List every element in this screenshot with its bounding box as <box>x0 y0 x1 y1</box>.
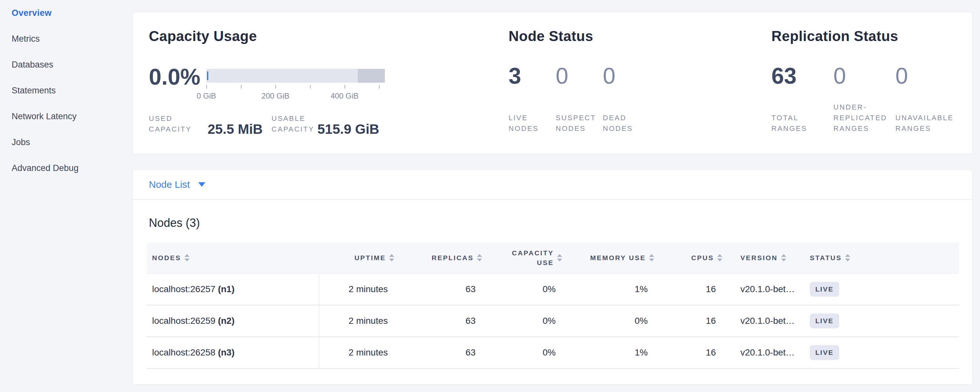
sidebar-item-statements[interactable]: Statements <box>0 78 132 104</box>
view-selector-label: Node List <box>149 179 190 190</box>
replicas-cell: 63 <box>401 305 488 337</box>
nodes-section-title: Nodes (3) <box>149 216 958 230</box>
replicas-cell: 63 <box>401 273 488 305</box>
nodes-table: NODES UPTIME REPLICAS CAPACITY USE <box>146 242 959 369</box>
cluster-overview-page: Overview Metrics Databases Statements Ne… <box>0 0 980 392</box>
node-address-cell: localhost:26258 (n3) <box>146 337 319 368</box>
capacity-usage-title: Capacity Usage <box>149 28 257 45</box>
axis-tick-label: 400 GiB <box>319 91 371 100</box>
column-header-nodes[interactable]: NODES <box>146 242 319 273</box>
table-row[interactable]: localhost:26258 (n3) 2 minutes 63 0% 1% … <box>146 337 959 368</box>
usable-capacity-label: USABLE CAPACITY <box>272 113 314 134</box>
sort-icon[interactable] <box>781 254 786 261</box>
uptime-cell: 2 minutes <box>319 305 401 337</box>
capacity-bar-chart: 0 GiB 200 GiB 400 GiB <box>206 69 385 109</box>
sidebar-item-overview[interactable]: Overview <box>0 0 132 26</box>
live-nodes-stat: 3 LIVE NODES <box>509 12 556 154</box>
used-capacity-label: USED CAPACITY <box>149 113 191 134</box>
sidebar: Overview Metrics Databases Statements Ne… <box>0 0 132 181</box>
column-header-cpus[interactable]: CPUS <box>661 242 729 273</box>
cluster-summary-card: Capacity Usage 0.0% 0 GiB 200 GiB 400 Gi… <box>132 12 972 154</box>
version-cell: v20.1.0-bet… <box>729 273 806 305</box>
sort-icon[interactable] <box>845 254 850 261</box>
cpus-cell: 16 <box>661 337 729 368</box>
uptime-cell: 2 minutes <box>319 273 401 305</box>
column-header-version[interactable]: VERSION <box>729 242 806 273</box>
status-cell: LIVE <box>806 337 959 368</box>
capacity-use-cell: 0% <box>488 273 569 305</box>
table-row[interactable]: localhost:26257 (n1) 2 minutes 63 0% 1% … <box>146 273 959 305</box>
status-cell: LIVE <box>806 273 959 305</box>
capacity-use-cell: 0% <box>488 305 569 337</box>
memory-use-cell: 1% <box>569 337 661 368</box>
view-selector-dropdown[interactable]: Node List <box>133 170 972 200</box>
capacity-axis <box>206 85 385 89</box>
sort-icon[interactable] <box>477 254 482 261</box>
status-badge: LIVE <box>810 282 839 297</box>
under-replicated-ranges-stat: 0 UNDER- REPLICATED RANGES <box>834 12 896 154</box>
version-cell: v20.1.0-bet… <box>729 305 806 337</box>
sidebar-item-advanced-debug[interactable]: Advanced Debug <box>0 155 132 181</box>
memory-use-cell: 0% <box>569 305 661 337</box>
sidebar-item-network-latency[interactable]: Network Latency <box>0 104 132 129</box>
status-cell: LIVE <box>806 305 959 337</box>
suspect-nodes-stat: 0 SUSPECT NODES <box>556 12 603 154</box>
status-badge: LIVE <box>810 314 839 328</box>
capacity-used-percent: 0.0% <box>149 64 200 90</box>
chevron-down-icon <box>198 182 205 187</box>
sort-icon[interactable] <box>389 254 394 261</box>
cpus-cell: 16 <box>661 273 729 305</box>
capacity-use-cell: 0% <box>488 337 569 368</box>
capacity-bar <box>206 69 385 83</box>
node-list-card: Node List Nodes (3) NODES UPTIME <box>132 169 972 384</box>
node-address-cell: localhost:26259 (n2) <box>146 305 319 337</box>
used-capacity-value: 25.5 MiB <box>208 121 262 137</box>
capacity-bar-used-indicator <box>207 72 208 80</box>
sidebar-item-databases[interactable]: Databases <box>0 52 132 78</box>
column-header-uptime[interactable]: UPTIME <box>319 242 401 273</box>
cpus-cell: 16 <box>661 305 729 337</box>
table-row[interactable]: localhost:26259 (n2) 2 minutes 63 0% 0% … <box>146 305 959 337</box>
column-header-status[interactable]: STATUS <box>806 242 959 273</box>
sort-icon[interactable] <box>557 254 562 261</box>
sidebar-item-jobs[interactable]: Jobs <box>0 129 132 155</box>
uptime-cell: 2 minutes <box>319 337 401 368</box>
sidebar-item-metrics[interactable]: Metrics <box>0 26 132 52</box>
sort-icon[interactable] <box>649 254 654 261</box>
version-cell: v20.1.0-bet… <box>729 337 806 368</box>
table-header-row: NODES UPTIME REPLICAS CAPACITY USE <box>146 242 959 273</box>
sort-icon[interactable] <box>185 254 189 261</box>
dead-nodes-stat: 0 DEAD NODES <box>603 12 654 154</box>
column-header-replicas[interactable]: REPLICAS <box>401 242 488 273</box>
nodes-section: Nodes (3) NODES UPTIME <box>133 216 972 369</box>
axis-tick-label: 0 GiB <box>180 91 232 100</box>
total-ranges-stat: 63 TOTAL RANGES <box>772 12 834 154</box>
unavailable-ranges-stat: 0 UNAVAILABLE RANGES <box>896 12 960 154</box>
capacity-bar-reserved-segment <box>358 69 385 83</box>
node-address-cell: localhost:26257 (n1) <box>146 273 319 305</box>
column-header-memory-use[interactable]: MEMORY USE <box>569 242 661 273</box>
replicas-cell: 63 <box>401 337 488 368</box>
column-header-capacity-use[interactable]: CAPACITY USE <box>488 242 569 273</box>
usable-capacity-value: 515.9 GiB <box>317 121 379 137</box>
axis-tick-label: 200 GiB <box>250 91 301 100</box>
memory-use-cell: 1% <box>569 273 661 305</box>
sort-icon[interactable] <box>717 254 722 261</box>
status-badge: LIVE <box>810 345 839 360</box>
